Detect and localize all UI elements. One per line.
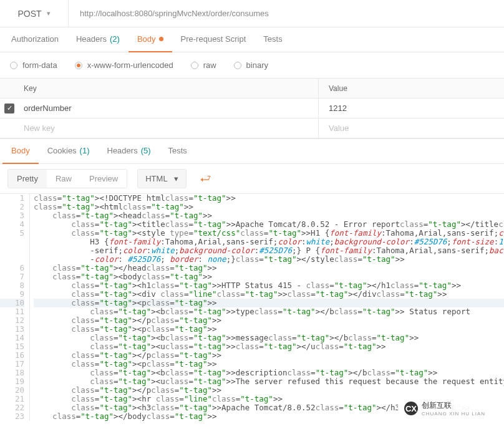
- logo-sub: CHUANG XIN HU LIAN: [422, 411, 485, 417]
- http-method-label: POST: [17, 9, 41, 19]
- kv-key-header: Key: [19, 84, 318, 93]
- logo-text: 创新互联: [422, 400, 485, 411]
- row-checkbox[interactable]: ✓: [4, 104, 14, 113]
- kv-value-input[interactable]: 1212: [318, 99, 504, 118]
- kv-editor: Key Value ✓ orderNumber 1212 New key Val…: [0, 79, 504, 139]
- modified-dot-icon: [159, 37, 163, 41]
- watermark-logo: CX 创新互联 CHUANG XIN HU LIAN: [398, 395, 492, 421]
- fmt-raw[interactable]: Raw: [47, 170, 80, 188]
- resp-tab-cookies[interactable]: Cookies(1): [39, 139, 99, 164]
- tab-prerequest[interactable]: Pre-request Script: [172, 27, 255, 52]
- tab-headers[interactable]: Headers(2): [67, 27, 128, 52]
- tab-body[interactable]: Body: [128, 27, 172, 52]
- response-body-viewer[interactable]: 1234567891011121314151617181920212223 cl…: [0, 194, 504, 421]
- kv-newvalue-input[interactable]: Value: [318, 118, 504, 138]
- url-text: http://localhost:8080/springMvcNext/orde…: [80, 9, 269, 18]
- kv-value-header: Value: [318, 79, 504, 98]
- fmt-preview[interactable]: Preview: [80, 170, 127, 188]
- wrap-toggle-icon[interactable]: ⮐: [196, 170, 215, 188]
- kv-key-input[interactable]: orderNumber: [19, 104, 318, 113]
- lang-select[interactable]: HTML▾: [137, 169, 186, 188]
- url-input[interactable]: http://localhost:8080/springMvcNext/orde…: [69, 0, 504, 27]
- response-tabs: Body Cookies(1) Headers(5) Tests: [0, 139, 504, 164]
- request-tabs: Authorization Headers(2) Body Pre-reques…: [0, 27, 504, 52]
- kv-newkey-input[interactable]: New key: [19, 123, 318, 133]
- kv-row-new: New key Value: [0, 118, 504, 138]
- body-type-radios: form-data x-www-form-urlencoded raw bina…: [0, 52, 504, 79]
- radio-form-data[interactable]: form-data: [10, 60, 57, 70]
- resp-tab-tests[interactable]: Tests: [160, 139, 196, 164]
- kv-row: ✓ orderNumber 1212: [0, 99, 504, 118]
- http-method-select[interactable]: POST ▾: [0, 0, 69, 27]
- resp-tab-headers[interactable]: Headers(5): [99, 139, 160, 164]
- format-toolbar: Pretty Raw Preview HTML▾ ⮐: [0, 164, 504, 194]
- resp-tab-body[interactable]: Body: [2, 139, 39, 164]
- chevron-down-icon: ▾: [174, 174, 178, 183]
- tab-tests[interactable]: Tests: [254, 27, 291, 52]
- tab-authorization[interactable]: Authorization: [2, 27, 67, 52]
- radio-urlencoded[interactable]: x-www-form-urlencoded: [75, 60, 173, 70]
- chevron-down-icon: ▾: [47, 9, 51, 17]
- radio-binary[interactable]: binary: [234, 60, 268, 70]
- fmt-pretty[interactable]: Pretty: [8, 170, 47, 188]
- radio-raw[interactable]: raw: [191, 60, 216, 70]
- logo-icon: CX: [404, 402, 418, 415]
